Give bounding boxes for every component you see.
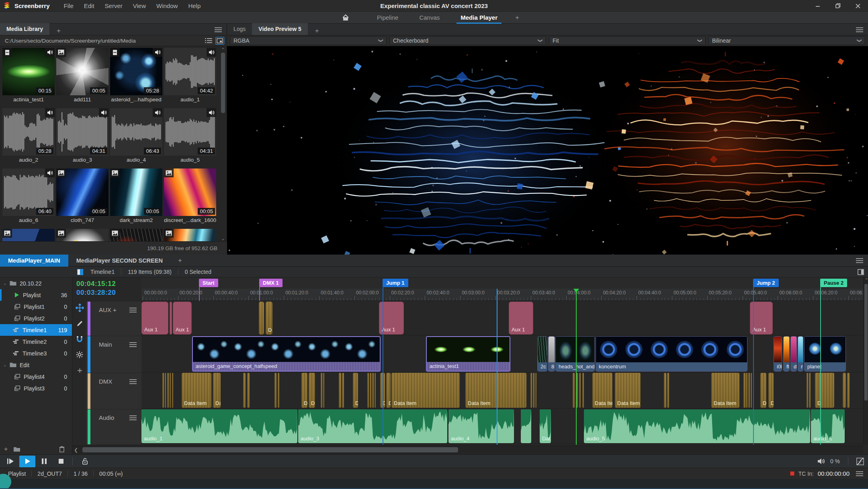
add-player-tab-button[interactable]: + bbox=[171, 255, 189, 266]
playhead-green-handle[interactable] bbox=[573, 289, 579, 293]
list-view-icon[interactable] bbox=[204, 37, 213, 45]
timeline-view-icon[interactable] bbox=[77, 269, 83, 275]
play-button[interactable] bbox=[19, 456, 35, 467]
scroll-left-icon[interactable]: ❮ bbox=[74, 447, 78, 453]
marker-jump-1[interactable]: Jump 1 bbox=[383, 279, 408, 287]
tab-media-player[interactable]: Media Player bbox=[450, 12, 508, 24]
media-item[interactable] bbox=[56, 229, 108, 241]
clip-dmx[interactable]: Da bbox=[309, 373, 315, 408]
clip-dmx[interactable] bbox=[746, 373, 747, 408]
media-item[interactable]: 00:05discreet_...dark_1600 bbox=[164, 168, 216, 225]
clip-dmx[interactable] bbox=[278, 373, 279, 408]
sidebar-item-timeline3[interactable]: Timeline30 bbox=[0, 347, 72, 359]
clip-dmx[interactable] bbox=[243, 373, 246, 408]
add-tool-icon[interactable] bbox=[75, 366, 84, 375]
player-menu-icon[interactable] bbox=[856, 258, 864, 263]
player-tab-mediaplayer-second-screen[interactable]: MediaPlayer SECOND SCREEN bbox=[68, 255, 171, 267]
sidebar-item-playlist4[interactable]: Playlist40 bbox=[0, 371, 72, 382]
volume-icon[interactable] bbox=[817, 458, 825, 464]
clip-aux[interactable] bbox=[170, 302, 172, 335]
sidebar-item-timeline2[interactable]: Timeline20 bbox=[0, 336, 72, 347]
clip-dmx[interactable] bbox=[748, 373, 750, 408]
clip-asteroid_game_concept_halfspeed[interactable]: asteroid_game_concept_halfspeed bbox=[192, 336, 381, 372]
clip-dmx[interactable]: D bbox=[353, 373, 358, 408]
clip-i0l[interactable]: i0l bbox=[774, 336, 782, 372]
media-item[interactable]: 04:31audio_3 bbox=[56, 108, 108, 164]
clip-koncentrum[interactable]: koncentrum bbox=[596, 336, 747, 372]
tab-video-preview[interactable]: Video Preview 5 bbox=[252, 23, 307, 35]
clip-aux[interactable]: Aux 1 bbox=[509, 302, 533, 335]
tab-canvas[interactable]: Canvas bbox=[409, 12, 450, 24]
tab-media-library[interactable]: Media Library bbox=[0, 23, 49, 35]
clip-dmx[interactable]: Data Ite bbox=[592, 373, 612, 408]
clip-dmx[interactable]: Data Item bbox=[182, 373, 211, 408]
media-item[interactable] bbox=[2, 229, 55, 241]
clip-audio_6[interactable]: audio_6 bbox=[811, 409, 845, 443]
player-tab-mediaplayer_main[interactable]: MediaPlayer_MAIN bbox=[0, 255, 68, 267]
marker-pause-2[interactable]: Pause 2 bbox=[820, 279, 847, 287]
scroll-up-icon[interactable]: ⌃ bbox=[864, 277, 868, 282]
pause-button[interactable] bbox=[36, 456, 52, 467]
sidebar-group-Edit[interactable]: ⌄Edit bbox=[0, 359, 72, 371]
clip-heads_hot_and_c[interactable]: heads_hot_and_c bbox=[555, 336, 595, 372]
timeline-vertical-scrollbar[interactable]: ⌃ bbox=[863, 277, 868, 445]
clip-audio[interactable] bbox=[521, 409, 531, 443]
media-item[interactable] bbox=[164, 229, 216, 241]
scroll-up-icon[interactable]: ⌃ bbox=[220, 47, 226, 52]
sidebar-item-playlist[interactable]: Playlist36 bbox=[0, 289, 72, 301]
sidebar-group-20-10-22[interactable]: ⌄20.10.22 bbox=[0, 277, 72, 289]
clip-audio_4[interactable]: audio_4 bbox=[448, 409, 514, 443]
timeline-hscrollbar-thumb[interactable] bbox=[82, 447, 458, 452]
clip-dmx[interactable] bbox=[339, 373, 341, 408]
tab-pipeline[interactable]: Pipeline bbox=[366, 12, 409, 24]
sidebar-item-playlist1[interactable]: Playlist10 bbox=[0, 301, 72, 312]
clip-dmx[interactable] bbox=[530, 373, 532, 408]
close-button[interactable] bbox=[848, 0, 868, 12]
marker-dmx-1[interactable]: DMX 1 bbox=[259, 279, 283, 287]
clip-dmx[interactable] bbox=[367, 373, 369, 408]
clip-m[interactable]: m bbox=[798, 336, 803, 372]
media-item[interactable]: 00:05add111 bbox=[56, 48, 108, 104]
sidebar-item-playlist3[interactable]: Playlist30 bbox=[0, 382, 72, 394]
sidebar-item-playlist2[interactable]: Playlist20 bbox=[0, 312, 72, 324]
marker-start[interactable]: Start bbox=[199, 279, 218, 287]
clip-dmx[interactable] bbox=[274, 373, 276, 408]
media-item[interactable]: 05:28asteroid_...halfspeed bbox=[110, 48, 162, 104]
timeline-vscrollbar-thumb[interactable] bbox=[864, 284, 868, 401]
scroll-down-icon[interactable]: ⌄ bbox=[220, 236, 226, 241]
clip-dmx[interactable] bbox=[170, 373, 171, 408]
menu-item-edit[interactable]: Edit bbox=[79, 0, 100, 12]
new-folder-icon[interactable] bbox=[13, 446, 20, 452]
library-scrollbar[interactable]: ⌃ ⌄ bbox=[220, 47, 226, 241]
clip-dmx[interactable] bbox=[573, 373, 575, 408]
clip-dis[interactable]: dis bbox=[790, 336, 797, 372]
clip-dmx[interactable] bbox=[843, 373, 846, 408]
track-menu-icon[interactable] bbox=[129, 415, 137, 421]
clip-dmx[interactable] bbox=[809, 373, 811, 408]
add-library-tab-button[interactable]: + bbox=[49, 27, 68, 35]
clip-dmx[interactable] bbox=[375, 373, 376, 408]
clip-dmx[interactable] bbox=[751, 373, 752, 408]
stop-button[interactable] bbox=[53, 456, 69, 467]
clip-dmx[interactable] bbox=[321, 373, 322, 408]
sidebar-item-timeline1[interactable]: Timeline1119 bbox=[0, 324, 72, 336]
filtering-select[interactable]: Bilinear❯ bbox=[708, 36, 865, 45]
clip-2c[interactable]: 2c bbox=[537, 336, 547, 372]
menu-item-help[interactable]: Help bbox=[183, 0, 206, 12]
clip-dmx[interactable]: D bbox=[815, 373, 834, 408]
clip-dmx[interactable] bbox=[579, 373, 581, 408]
background-select[interactable]: Checkerboard❯ bbox=[389, 36, 546, 45]
media-item[interactable]: 00:05cloth_747 bbox=[56, 168, 108, 225]
clip-82[interactable]: 82 bbox=[548, 336, 555, 372]
media-item[interactable] bbox=[110, 229, 162, 241]
trash-icon[interactable] bbox=[59, 446, 65, 452]
clip-dmx[interactable]: D bbox=[760, 373, 766, 408]
clip-audio_3[interactable]: audio_3 bbox=[298, 409, 447, 443]
media-item[interactable]: 04:31audio_5 bbox=[164, 108, 216, 164]
track-menu-icon[interactable] bbox=[129, 307, 137, 313]
clip-dmx[interactable] bbox=[582, 373, 584, 408]
restore-button[interactable] bbox=[828, 0, 848, 12]
magnet-tool-icon[interactable] bbox=[75, 335, 84, 343]
play-from-start-button[interactable] bbox=[2, 456, 18, 467]
pencil-tool-icon[interactable] bbox=[75, 319, 84, 328]
